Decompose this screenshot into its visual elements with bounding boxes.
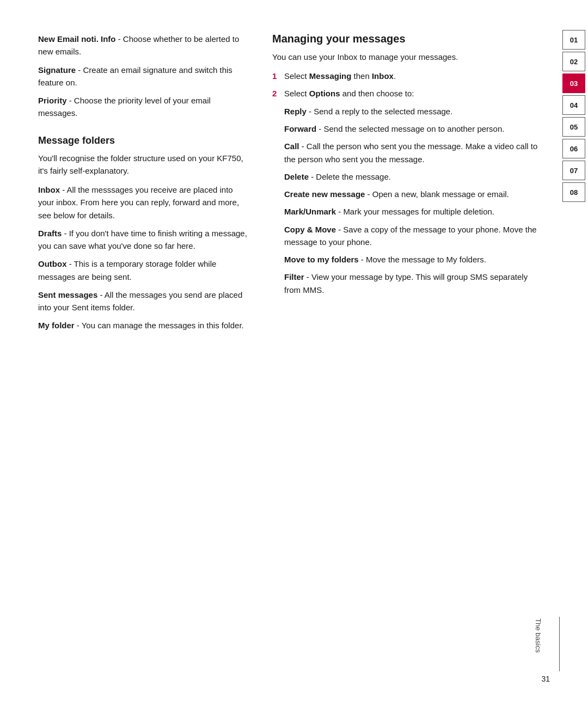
- sub-def-delete-bold: Delete: [284, 172, 309, 181]
- rotated-label: The basics: [534, 618, 542, 653]
- left-column: New Email noti. Info - Choose whether to…: [38, 33, 272, 672]
- managing-intro: You can use your Inbox to manage your me…: [272, 51, 544, 63]
- right-column: Managing your messages You can use your …: [272, 33, 588, 672]
- page-container: New Email noti. Info - Choose whether to…: [0, 0, 588, 705]
- message-folders-heading: Message folders: [38, 135, 250, 146]
- sidebar-item-01[interactable]: 01: [562, 30, 585, 50]
- sub-def-call-bold: Call: [284, 142, 299, 151]
- sub-def-forward-bold: Forward: [284, 124, 316, 133]
- step-2-text: Select Options and then choose to:: [284, 87, 414, 100]
- sub-def-delete-rest: - Delete the message.: [309, 172, 391, 181]
- intro-new-email-bold: New Email noti. Info: [38, 34, 116, 44]
- sub-def-call-rest: - Call the person who sent you the messa…: [284, 142, 537, 163]
- def-sent-bold: Sent messages: [38, 290, 97, 299]
- step-1-text: Select Messaging then Inbox.: [284, 70, 396, 82]
- intro-new-email: New Email noti. Info - Choose whether to…: [38, 33, 250, 58]
- def-inbox-rest: - All the messsages you receive are plac…: [38, 185, 239, 220]
- sub-def-call: Call - Call the person who sent you the …: [284, 140, 544, 165]
- def-myfolder-bold: My folder: [38, 321, 75, 330]
- sidebar-item-08[interactable]: 08: [562, 182, 585, 202]
- sub-def-copy-move: Copy & Move - Save a copy of the message…: [284, 223, 544, 249]
- def-drafts-bold: Drafts: [38, 229, 62, 238]
- sub-def-create-bold: Create new message: [284, 189, 365, 199]
- def-drafts-rest: - If you don't have time to finish writi…: [38, 229, 247, 250]
- def-inbox-bold: Inbox: [38, 185, 60, 194]
- sub-def-reply: Reply - Send a reply to the selected mes…: [284, 105, 544, 118]
- sub-def-mark-bold: Mark/Unmark: [284, 207, 336, 216]
- divider-line: [559, 617, 560, 671]
- def-sent-messages: Sent messages - All the messages you sen…: [38, 289, 250, 314]
- def-drafts: Drafts - If you don't have time to finis…: [38, 227, 250, 253]
- sub-def-filter: Filter - View your message by type. This…: [284, 271, 544, 296]
- message-folders-body: You'll recognise the folder structure us…: [38, 152, 250, 177]
- sidebar-item-02[interactable]: 02: [562, 52, 585, 71]
- sub-def-forward: Forward - Send the selected message on t…: [284, 122, 544, 135]
- sub-def-move-folders: Move to my folders - Move the message to…: [284, 253, 544, 266]
- sub-def-move-bold: Move to my folders: [284, 255, 359, 264]
- sub-def-forward-rest: - Send the selected message on to anothe…: [316, 124, 504, 133]
- sidebar-item-05[interactable]: 05: [562, 117, 585, 137]
- sidebar-item-04[interactable]: 04: [562, 95, 585, 115]
- intro-priority-bold: Priority: [38, 96, 67, 105]
- step-2-num: 2: [272, 87, 282, 100]
- step-1: 1 Select Messaging then Inbox.: [272, 70, 544, 82]
- sub-def-filter-rest: - View your message by type. This will g…: [284, 272, 528, 294]
- sidebar: 01 02 03 04 05 06 07 08: [560, 0, 588, 705]
- sub-definitions: Reply - Send a reply to the selected mes…: [284, 105, 544, 296]
- page-number: 31: [541, 675, 550, 683]
- sub-def-mark: Mark/Unmark - Mark your messages for mul…: [284, 205, 544, 218]
- def-inbox: Inbox - All the messsages you receive ar…: [38, 183, 250, 222]
- def-my-folder: My folder - You can manage the messages …: [38, 319, 250, 332]
- sidebar-item-07[interactable]: 07: [562, 161, 585, 180]
- def-myfolder-rest: - You can manage the messages in this fo…: [75, 321, 244, 330]
- sub-def-mark-rest: - Mark your messages for multiple deleti…: [336, 207, 494, 216]
- def-outbox-bold: Outbox: [38, 259, 67, 268]
- def-outbox: Outbox - This is a temporary storage fol…: [38, 258, 250, 283]
- sub-def-reply-rest: - Send a reply to the selected message.: [307, 107, 452, 116]
- sub-def-reply-bold: Reply: [284, 107, 307, 116]
- intro-signature-bold: Signature: [38, 65, 76, 75]
- content-area: New Email noti. Info - Choose whether to…: [38, 33, 588, 672]
- intro-priority: Priority - Choose the priority level of …: [38, 94, 250, 120]
- sidebar-item-03[interactable]: 03: [562, 73, 585, 93]
- step-2: 2 Select Options and then choose to:: [272, 87, 544, 100]
- sub-def-filter-bold: Filter: [284, 272, 304, 281]
- intro-signature: Signature - Create an email signature an…: [38, 64, 250, 89]
- managing-messages-heading: Managing your messages: [272, 33, 544, 45]
- sub-def-create: Create new message - Open a new, blank m…: [284, 188, 544, 200]
- sub-def-delete: Delete - Delete the message.: [284, 170, 544, 183]
- numbered-list: 1 Select Messaging then Inbox. 2 Select …: [272, 70, 544, 100]
- sub-def-copy-bold: Copy & Move: [284, 225, 336, 234]
- sub-def-create-rest: - Open a new, blank message or email.: [365, 189, 509, 199]
- sub-def-move-rest: - Move the message to My folders.: [359, 255, 486, 264]
- step-1-num: 1: [272, 70, 282, 82]
- sidebar-item-06[interactable]: 06: [562, 139, 585, 158]
